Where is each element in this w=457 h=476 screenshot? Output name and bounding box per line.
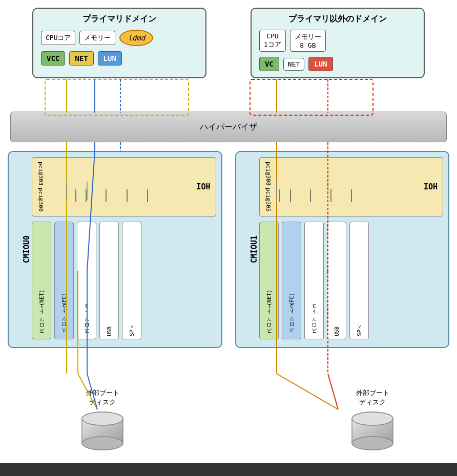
cmiou0-pci-group: pci@303 pci@300 xyxy=(37,162,44,212)
svg-rect-0 xyxy=(45,79,189,115)
cmiou0-slot2: スロット２(FC) xyxy=(54,222,74,339)
hypervisor-label: ハイパーバイザ xyxy=(200,122,257,133)
disk-left-area: 外部ブートディスク xyxy=(79,388,126,453)
svg-line-27 xyxy=(328,374,338,409)
secondary-domain-top-row: CPU1コア メモリー8 GB xyxy=(259,30,416,52)
disk-left-label: 外部ブートディスク xyxy=(86,388,119,407)
cmiou0-label: CMIOU0 xyxy=(22,235,31,263)
cmiou0-usb-label: USB xyxy=(106,327,112,336)
svg-point-44 xyxy=(352,437,393,450)
ldmd-oval: ldmd xyxy=(119,30,153,46)
primary-net-box: NET xyxy=(69,51,93,66)
cmiou1-slot3: スロット３ xyxy=(304,222,324,339)
main-container: プライマリドメイン CPUコア メモリー ldmd VCC NET LUN プラ… xyxy=(0,0,457,476)
cmiou0-slot3-label: スロット３ xyxy=(83,306,90,336)
primary-domain-box: プライマリドメイン CPUコア メモリー ldmd VCC NET LUN xyxy=(32,8,206,78)
svg-point-40 xyxy=(82,437,123,450)
cmiou1-pci-group: pci@308 pci@305 xyxy=(265,162,272,212)
disk-right-icon xyxy=(349,409,396,453)
svg-point-41 xyxy=(82,412,123,425)
cmiou0-pci2: pci@300 xyxy=(37,188,44,211)
cmiou0-slot1: スロット１(NET) xyxy=(32,222,51,339)
cmiou0-sp-label: SP＜ xyxy=(128,324,135,336)
cmiou1-usb: USB xyxy=(327,222,346,339)
svg-point-45 xyxy=(352,412,393,425)
cmiou0-sp: SP＜ xyxy=(122,222,141,339)
cmiou-row: CMIOU0 pci@303 pci@300 IOH スロット１(NET) スロ… xyxy=(8,151,449,348)
cmiou1-slot1-label: スロット１(NET) xyxy=(265,290,273,336)
cmiou1-sp-label: SP＜ xyxy=(356,324,363,336)
cmiou1-pci1: pci@308 xyxy=(265,162,272,185)
secondary-domain-box: プライマリ以外のドメイン CPU1コア メモリー8 GB VC NET LUN xyxy=(251,8,425,78)
cmiou0-slot3: スロット３ xyxy=(77,222,96,339)
primary-cpu-box: CPUコア xyxy=(41,31,75,45)
svg-rect-11 xyxy=(250,79,373,115)
svg-line-26 xyxy=(277,374,338,409)
secondary-domain-title: プライマリ以外のドメイン xyxy=(259,14,416,25)
disk-right-area: 外部ブートディスク xyxy=(349,388,396,453)
cmiou1-label: CMIOU1 xyxy=(250,235,259,263)
cmiou0-ioh-label: IOH xyxy=(196,182,210,191)
secondary-cpu-box: CPU1コア xyxy=(259,30,286,52)
cmiou0-usb: USB xyxy=(99,222,119,339)
cmiou0-box: CMIOU0 pci@303 pci@300 IOH スロット１(NET) スロ… xyxy=(8,151,222,348)
disk-left-icon xyxy=(79,409,126,453)
secondary-net-box: NET xyxy=(283,58,304,71)
primary-domain-bottom-row: VCC NET LUN xyxy=(41,51,198,66)
secondary-memory-box: メモリー8 GB xyxy=(290,30,326,52)
hypervisor-bar: ハイパーバイザ xyxy=(10,112,447,142)
cmiou1-box: CMIOU1 pci@308 pci@305 IOH スロット１(NET) スロ… xyxy=(235,151,450,348)
cmiou1-slot3-label: スロット３ xyxy=(310,306,318,336)
vcc-box: VCC xyxy=(41,51,65,66)
primary-memory-box: メモリー xyxy=(79,31,115,45)
cmiou1-slot2-label: スロット２(FC) xyxy=(288,293,295,336)
vc-box: VC xyxy=(259,57,279,71)
cmiou1-ioh-label: IOH xyxy=(424,182,438,191)
cmiou0-ioh-box: pci@303 pci@300 IOH xyxy=(32,157,216,217)
secondary-lun-box: LUN xyxy=(308,57,333,71)
disk-right-label: 外部ブートディスク xyxy=(356,388,389,407)
primary-domain-title: プライマリドメイン xyxy=(41,14,198,25)
cmiou1-usb-label: USB xyxy=(334,327,340,336)
bottom-bar xyxy=(0,463,457,476)
cmiou1-slot1: スロット１(NET) xyxy=(259,222,279,339)
cmiou1-pci2: pci@305 xyxy=(265,188,272,211)
cmiou0-pci1: pci@303 xyxy=(37,162,44,185)
cmiou1-sp: SP＜ xyxy=(349,222,369,339)
primary-domain-top-row: CPUコア メモリー ldmd xyxy=(41,30,198,46)
cmiou1-slots: スロット１(NET) スロット２(FC) スロット３ USB SP＜ xyxy=(259,222,444,339)
cmiou1-ioh-box: pci@308 pci@305 IOH xyxy=(259,157,444,217)
cmiou0-slots: スロット１(NET) スロット２(FC) スロット３ USB SP＜ xyxy=(32,222,216,339)
secondary-domain-bottom-row: VC NET LUN xyxy=(259,57,416,71)
primary-lun-box: LUN xyxy=(98,51,122,66)
domains-row: プライマリドメイン CPUコア メモリー ldmd VCC NET LUN プラ… xyxy=(0,3,457,83)
cmiou1-slot2: スロット２(FC) xyxy=(282,222,301,339)
cmiou0-slot2-label: スロット２(FC) xyxy=(60,293,68,336)
cmiou0-slot1-label: スロット１(NET) xyxy=(38,290,45,336)
